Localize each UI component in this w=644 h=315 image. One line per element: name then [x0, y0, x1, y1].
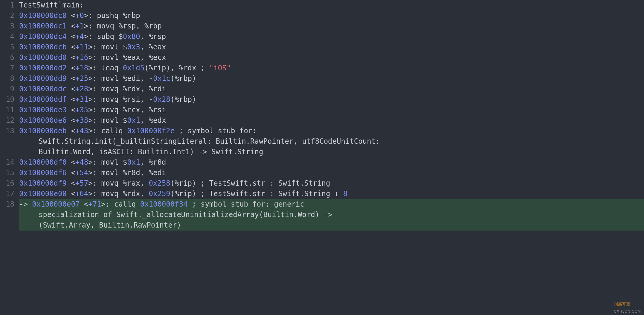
line-number: 14 — [0, 157, 14, 168]
address: 0x100000e00 — [19, 190, 67, 198]
offset-close: >: — [88, 106, 97, 114]
operand-txt: $ — [118, 32, 123, 41]
disasm-header[interactable]: TestSwift`main: — [19, 0, 644, 10]
comment-number: 8 — [343, 190, 347, 198]
line-number — [0, 147, 14, 157]
address: 0x100000dd2 — [19, 64, 67, 72]
disasm-line[interactable]: 0x100000df9 <+57>: movq %rax, 0x258(%rip… — [19, 178, 644, 189]
disasm-continuation: Builtin.Word, isASCII: Builtin.Int1) -> … — [19, 147, 644, 157]
offset-open: < — [67, 179, 75, 187]
disasm-line[interactable]: 0x100000e00 <+64>: movq %rdx, 0x259(%rip… — [19, 189, 644, 199]
operand-txt: %rsi, - — [123, 95, 153, 104]
comment-continuation: Swift.String.init(_builtinStringLiteral:… — [39, 137, 380, 146]
disassembly-view[interactable]: TestSwift`main: 0x100000dc0 <+0>: pushq … — [17, 0, 644, 231]
disasm-line[interactable]: 0x100000dd0 <+16>: movl %eax, %ecx — [19, 52, 644, 63]
offset-close: >: — [88, 116, 97, 125]
operand-txt: , %rsp — [140, 32, 166, 41]
disasm-continuation: Swift.String.init(_builtinStringLiteral:… — [19, 136, 644, 147]
disasm-line[interactable]: 0x100000dc0 <+0>: pushq %rbp — [19, 10, 644, 21]
offset-open: < — [67, 74, 75, 83]
offset: +35 — [75, 106, 88, 114]
operand-num: 0x100000f2e — [127, 127, 175, 135]
offset-close: >: — [88, 43, 97, 51]
offset-close: >: — [88, 169, 97, 177]
operand-txt: %rsp, %rbp — [118, 22, 162, 30]
line-number: 11 — [0, 105, 14, 115]
offset-open: < — [67, 85, 75, 93]
mnemonic: movq — [97, 22, 118, 30]
disasm-line[interactable]: 0x100000dc4 <+4>: subq $0x80, %rsp — [19, 31, 644, 42]
operand-num: 0x1d5 — [123, 64, 144, 72]
line-number: 4 — [0, 31, 14, 42]
address: 0x100000dc4 — [19, 32, 67, 41]
address: 0x100000ddf — [19, 95, 67, 104]
address: 0x100000dc1 — [19, 22, 67, 30]
line-number: 9 — [0, 84, 14, 94]
offset-close: >: — [88, 95, 97, 104]
line-number: 17 — [0, 189, 14, 199]
operand-num: 0x3 — [127, 43, 140, 51]
operand-num: 0x258 — [149, 179, 170, 187]
disasm-line[interactable]: 0x100000deb <+43>: callq 0x100000f2e ; s… — [19, 126, 644, 136]
mnemonic: movl — [101, 169, 123, 177]
disasm-line[interactable]: 0x100000dc1 <+1>: movq %rsp, %rbp — [19, 21, 644, 31]
offset: +71 — [88, 200, 101, 208]
address: 0x100000de6 — [19, 116, 67, 125]
offset-close: >: — [84, 11, 93, 20]
address: 0x100000dc0 — [19, 11, 67, 20]
line-number: 7 — [0, 63, 14, 73]
line-number: 6 — [0, 52, 14, 63]
operand-txt: %rcx, %rsi — [123, 106, 166, 114]
address: 0x100000df9 — [19, 179, 67, 187]
line-number: 18 — [0, 199, 14, 210]
disasm-line[interactable]: -> 0x100000e07 <+71>: callq 0x100000f34 … — [19, 199, 644, 210]
mnemonic: movl — [101, 43, 123, 51]
comment-continuation: Builtin.Word, isASCII: Builtin.Int1) -> … — [39, 148, 263, 156]
offset: +31 — [75, 95, 88, 104]
disasm-line[interactable]: 0x100000dd9 <+25>: movl %edi, -0x1c(%rbp… — [19, 73, 644, 84]
disasm-line[interactable]: 0x100000dcb <+11>: movl $0x3, %eax — [19, 42, 644, 52]
mnemonic: movl — [101, 158, 123, 166]
operand-txt: %rdx, %rdi — [123, 85, 166, 93]
offset-open: < — [67, 169, 75, 177]
offset-open: < — [67, 64, 75, 72]
offset: +16 — [75, 53, 88, 62]
disasm-line[interactable]: 0x100000ddc <+28>: movq %rdx, %rdi — [19, 84, 644, 94]
operand-txt: , %eax — [140, 43, 166, 51]
operand-txt: %rdx, — [123, 190, 149, 198]
offset: +43 — [75, 127, 88, 135]
offset: +25 — [75, 74, 88, 83]
line-number-gutter: 123456789101112131415161718 — [0, 0, 17, 231]
disasm-line[interactable]: 0x100000ddf <+31>: movq %rsi, -0x28(%rbp… — [19, 94, 644, 105]
offset-close: >: — [101, 200, 110, 208]
disasm-line[interactable]: 0x100000df0 <+48>: movl $0x1, %r8d — [19, 157, 644, 168]
offset-close: >: — [88, 74, 97, 83]
disasm-line[interactable]: 0x100000df6 <+54>: movl %r8d, %edi — [19, 168, 644, 178]
offset-close: >: — [88, 53, 97, 62]
disasm-line[interactable]: 0x100000de3 <+35>: movq %rcx, %rsi — [19, 105, 644, 115]
mnemonic: movl — [101, 53, 123, 62]
comment: ; — [201, 64, 209, 72]
line-number: 8 — [0, 73, 14, 84]
line-number: 1 — [0, 0, 14, 10]
line-number: 10 — [0, 94, 14, 105]
offset: +11 — [75, 43, 88, 51]
mnemonic: movq — [101, 179, 123, 187]
line-number — [0, 136, 14, 147]
offset-open: < — [67, 53, 75, 62]
operand-txt: $ — [123, 116, 127, 125]
code-editor: 123456789101112131415161718 TestSwift`ma… — [0, 0, 644, 231]
comment: ; TestSwift.str : Swift.String + — [201, 190, 343, 198]
offset-close: >: — [84, 22, 93, 30]
address: 0x100000de3 — [19, 106, 67, 114]
operand-txt: %edi, - — [123, 74, 153, 83]
offset-open: < — [67, 106, 75, 114]
disasm-continuation: specialization of Swift._allocateUniniti… — [19, 210, 644, 220]
mnemonic: callq — [101, 127, 127, 135]
offset: +18 — [75, 64, 88, 72]
offset-open: < — [67, 95, 75, 104]
line-number: 12 — [0, 115, 14, 126]
mnemonic: movq — [101, 106, 123, 114]
disasm-line[interactable]: 0x100000de6 <+38>: movl $0x1, %edx — [19, 115, 644, 126]
disasm-line[interactable]: 0x100000dd2 <+18>: leaq 0x1d5(%rip), %rd… — [19, 63, 644, 73]
